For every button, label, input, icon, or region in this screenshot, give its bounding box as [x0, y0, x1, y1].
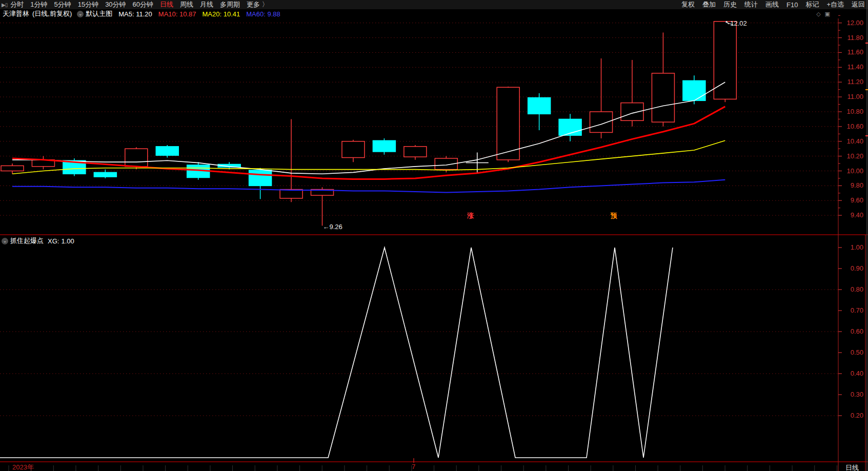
indicator-tick-label: 0.50: [840, 349, 863, 356]
price-tick-label: 11.00: [840, 93, 863, 100]
indicator-xg-value: 1.00: [61, 237, 74, 245]
price-tick-label: 11.20: [840, 78, 863, 86]
signal-marker: 涨: [467, 211, 474, 220]
candle-body: [714, 22, 736, 99]
arrow-upleft-icon: ↖: [725, 19, 730, 26]
trading-app-window: ▶▯ 分时1分钟5分钟15分钟30分钟60分钟日线周线月线多周期更多 〉 复权叠…: [0, 0, 868, 471]
candle-body: [652, 73, 674, 122]
indicator-tick-label: 1.00: [840, 244, 863, 251]
candle-body: [590, 112, 613, 132]
candle-body: [1, 166, 24, 171]
axis-year-label: 2023年: [12, 463, 34, 471]
indicator-tick-label: 0.90: [840, 265, 863, 272]
price-tick-label: 9.40: [840, 212, 863, 219]
candle-body: [280, 190, 302, 198]
arrow-left-icon: ←: [323, 223, 330, 231]
indicator-tick-label: 0.40: [840, 370, 863, 377]
indicator-title: 抓住起爆点: [10, 236, 44, 245]
axis-month-label: 7: [412, 463, 415, 470]
price-tick-label: 10.40: [840, 138, 863, 145]
price-tick-label: 10.00: [840, 168, 863, 175]
price-tick-label: 9.60: [840, 197, 863, 204]
price-tick-label: 10.60: [840, 123, 863, 130]
indicator-tick-label: 0.30: [840, 391, 863, 398]
low-price-annotation: ←9.26: [323, 223, 342, 231]
indicator-header: ⌄ 抓住起爆点 XG: 1.00: [2, 236, 74, 245]
price-tick-label: 10.80: [840, 108, 863, 115]
price-tick-label: 10.20: [840, 153, 863, 160]
indicator-xg-label: XG:: [48, 237, 59, 245]
indicator-tick-label: 0.60: [840, 328, 863, 335]
price-tick-label: 9.80: [840, 182, 863, 189]
chevron-down-circle-icon[interactable]: ⌄: [2, 238, 8, 244]
ma60-line: [12, 180, 725, 193]
chart-canvas[interactable]: [0, 0, 868, 471]
indicator-tick-label: 0.80: [840, 286, 863, 293]
price-tick-label: 12.00: [840, 19, 863, 27]
candle-body: [94, 172, 116, 177]
indicator-line: [0, 248, 673, 458]
candle-body: [404, 147, 427, 157]
price-tick-label: 11.80: [840, 34, 863, 42]
signal-marker: 预: [611, 211, 617, 220]
candle-body: [683, 80, 705, 100]
candle-body: [125, 149, 148, 167]
price-tick-label: 11.60: [840, 49, 863, 56]
high-price-annotation: ↖12.02: [725, 19, 747, 27]
candle-body: [156, 147, 178, 155]
price-tick-label: 11.40: [840, 64, 863, 71]
candle-body: [528, 98, 551, 114]
candle-body: [497, 87, 519, 160]
candle-body: [249, 170, 272, 186]
indicator-tick-label: 0.20: [840, 412, 863, 419]
indicator-tick-label: 0.70: [840, 307, 863, 314]
ma20-line: [12, 140, 725, 174]
ma5-line: [12, 82, 725, 174]
axis-period-label[interactable]: 日线: [839, 463, 865, 471]
candle-body: [342, 141, 365, 158]
candle-body: [373, 140, 395, 152]
